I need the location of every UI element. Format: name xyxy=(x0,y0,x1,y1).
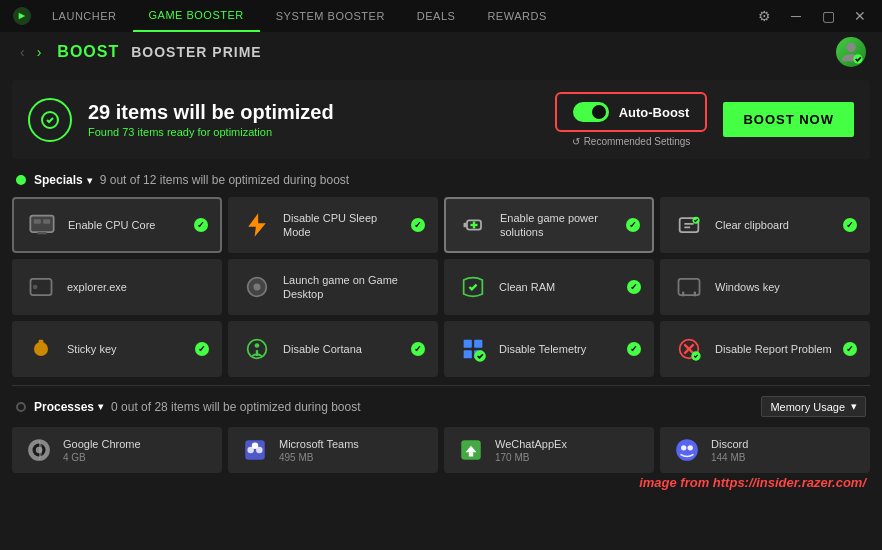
item-name: Clear clipboard xyxy=(715,218,833,232)
item-name: Disable Report Problem xyxy=(715,342,833,356)
nav-launcher[interactable]: LAUNCHER xyxy=(36,0,133,32)
item-name: Disable CPU Sleep Mode xyxy=(283,211,401,240)
svg-point-13 xyxy=(33,285,38,290)
window-controls: ⚙ ─ ▢ ✕ xyxy=(750,2,874,30)
back-arrow[interactable]: ‹ xyxy=(16,40,29,64)
svg-point-22 xyxy=(255,343,260,348)
recommended-settings[interactable]: ↺ Recommended Settings xyxy=(572,136,691,147)
item-content: Clean RAM xyxy=(499,280,617,294)
close-button[interactable]: ✕ xyxy=(846,2,874,30)
list-item[interactable]: WeChatAppEx 170 MB xyxy=(444,427,654,473)
processes-name[interactable]: Processes ▾ xyxy=(34,400,103,414)
svg-rect-16 xyxy=(679,279,700,295)
item-check: ✓ xyxy=(843,218,857,232)
item-icon xyxy=(241,209,273,241)
list-item[interactable]: Clear clipboard ✓ xyxy=(660,197,870,253)
item-icon xyxy=(241,271,273,303)
specials-count: 9 out of 12 items will be optimized duri… xyxy=(100,173,349,187)
process-name: Google Chrome xyxy=(63,438,209,450)
item-check: ✓ xyxy=(627,342,641,356)
nav-system-booster[interactable]: SYSTEM BOOSTER xyxy=(260,0,401,32)
svg-rect-24 xyxy=(474,340,482,348)
memory-sort-dropdown[interactable]: Memory Usage ▾ xyxy=(761,396,866,417)
processes-count: 0 out of 28 items will be optimized duri… xyxy=(111,400,360,414)
svg-rect-7 xyxy=(37,232,46,234)
list-item[interactable]: Windows key xyxy=(660,259,870,315)
processes-chevron: ▾ xyxy=(98,401,103,412)
avatar[interactable] xyxy=(836,37,866,67)
svg-point-41 xyxy=(676,439,698,461)
item-check: ✓ xyxy=(194,218,208,232)
item-check: ✓ xyxy=(411,342,425,356)
svg-point-38 xyxy=(252,442,259,449)
list-item[interactable]: Launch game on Game Desktop xyxy=(228,259,438,315)
item-check: ✓ xyxy=(195,342,209,356)
item-icon xyxy=(457,271,489,303)
list-item[interactable]: explorer.exe xyxy=(12,259,222,315)
auto-boost-wrapper: Auto-Boost xyxy=(555,92,708,132)
boost-now-button[interactable]: BOOST NOW xyxy=(723,102,854,137)
list-item[interactable]: Disable Report Problem ✓ xyxy=(660,321,870,377)
process-name: WeChatAppEx xyxy=(495,438,641,450)
item-icon xyxy=(25,271,57,303)
forward-arrow[interactable]: › xyxy=(33,40,46,64)
minimize-button[interactable]: ─ xyxy=(782,2,810,30)
process-size: 495 MB xyxy=(279,452,425,463)
svg-point-43 xyxy=(688,445,693,450)
nav-game-booster[interactable]: GAME BOOSTER xyxy=(133,0,260,32)
list-item[interactable]: Disable Telemetry ✓ xyxy=(444,321,654,377)
list-item[interactable]: Clean RAM ✓ xyxy=(444,259,654,315)
item-name: Clean RAM xyxy=(499,280,617,294)
process-icon xyxy=(241,436,269,464)
specials-grid: Enable CPU Core ✓ Disable CPU Sleep Mode… xyxy=(0,193,882,381)
maximize-button[interactable]: ▢ xyxy=(814,2,842,30)
item-name: Launch game on Game Desktop xyxy=(283,273,425,302)
specials-dot xyxy=(16,175,26,185)
list-item[interactable]: Sticky key ✓ xyxy=(12,321,222,377)
nav-deals[interactable]: DEALS xyxy=(401,0,472,32)
list-item[interactable]: Disable CPU Sleep Mode ✓ xyxy=(228,197,438,253)
item-name: Enable CPU Core xyxy=(68,218,184,232)
svg-rect-18 xyxy=(694,292,696,297)
item-icon xyxy=(673,333,705,365)
subheader: ‹ › BOOST BOOSTER PRIME xyxy=(0,32,882,72)
svg-point-42 xyxy=(681,445,686,450)
titlebar: LAUNCHER GAME BOOSTER SYSTEM BOOSTER DEA… xyxy=(0,0,882,32)
item-content: Enable game power solutions xyxy=(500,211,616,240)
app-logo xyxy=(8,0,36,32)
list-item[interactable]: Microsoft Teams 495 MB xyxy=(228,427,438,473)
item-content: Disable Report Problem xyxy=(715,342,833,356)
processes-grid: Google Chrome 4 GB Microsoft Teams 495 M… xyxy=(0,423,882,477)
item-content: Clear clipboard xyxy=(715,218,833,232)
auto-boost-section: Auto-Boost ↺ Recommended Settings xyxy=(555,92,708,147)
specials-name[interactable]: Specials ▾ xyxy=(34,173,92,187)
auto-boost-label: Auto-Boost xyxy=(619,105,690,120)
settings-button[interactable]: ⚙ xyxy=(750,2,778,30)
auto-boost-toggle[interactable] xyxy=(573,102,609,122)
process-content: Discord 144 MB xyxy=(711,438,857,463)
item-icon xyxy=(241,333,273,365)
process-icon xyxy=(25,436,53,464)
specials-chevron: ▾ xyxy=(87,175,92,186)
list-item[interactable]: Disable Cortana ✓ xyxy=(228,321,438,377)
list-item[interactable]: Discord 144 MB xyxy=(660,427,870,473)
item-icon xyxy=(26,209,58,241)
nav-rewards[interactable]: REWARDS xyxy=(471,0,562,32)
boost-header: 29 items will be optimized Found 73 item… xyxy=(12,80,870,159)
list-item[interactable]: Google Chrome 4 GB xyxy=(12,427,222,473)
process-content: Google Chrome 4 GB xyxy=(63,438,209,463)
processes-dot xyxy=(16,402,26,412)
svg-rect-40 xyxy=(469,452,473,456)
item-name: Disable Telemetry xyxy=(499,342,617,356)
page-subtitle: BOOSTER PRIME xyxy=(131,44,261,60)
list-item[interactable]: Enable CPU Core ✓ xyxy=(12,197,222,253)
item-icon xyxy=(25,333,57,365)
page-title: BOOST xyxy=(57,43,119,61)
item-name: Sticky key xyxy=(67,342,185,356)
item-check: ✓ xyxy=(626,218,640,232)
item-icon xyxy=(673,271,705,303)
process-name: Microsoft Teams xyxy=(279,438,425,450)
svg-rect-25 xyxy=(464,350,472,358)
svg-rect-9 xyxy=(464,223,468,228)
list-item[interactable]: Enable game power solutions ✓ xyxy=(444,197,654,253)
